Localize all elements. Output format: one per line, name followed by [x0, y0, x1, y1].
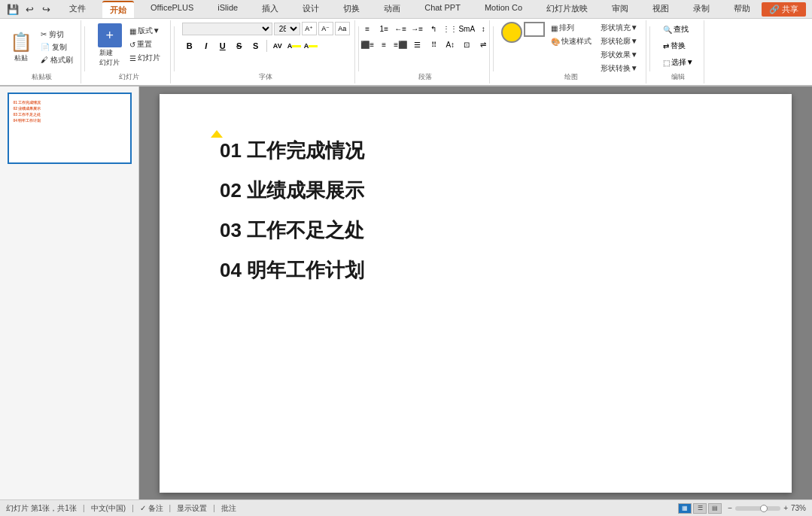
slide-item-1[interactable]: 01 工作完成情况 — [205, 138, 747, 164]
dist-button[interactable]: ⠿ — [426, 38, 441, 51]
slide-thumbnail-1[interactable]: 1 01 工作完成情况 02 业绩成果展示 03 工作不足之处 04 明年工作计… — [8, 93, 132, 164]
view-slide-btn[interactable]: ▤ — [708, 503, 722, 514]
arrange-button[interactable]: ▦ 排列 — [548, 22, 595, 34]
smartart-button[interactable]: SmA — [459, 22, 474, 35]
comments-label[interactable]: 批注 — [221, 503, 236, 514]
font-size-decrease-btn[interactable]: A⁻ — [318, 22, 333, 35]
font-color-button[interactable]: A — [287, 39, 302, 53]
thumb-line-2: 02 业绩成果展示 — [14, 106, 126, 111]
menu-record[interactable]: 录制 — [686, 1, 717, 18]
undo-btn[interactable]: ↩ — [23, 2, 36, 16]
select-button[interactable]: ⬚ 选择▼ — [658, 55, 699, 70]
menu-slideshow[interactable]: 幻灯片放映 — [539, 1, 595, 18]
line-spacing-button[interactable]: ↕ — [476, 22, 491, 35]
shadow-icon: S — [253, 41, 258, 50]
decrease-indent-button[interactable]: ←≡ — [393, 22, 408, 35]
shape-outline-button[interactable]: 形状轮廓▼ — [598, 35, 641, 47]
align-left-button[interactable]: ⬛≡ — [360, 38, 375, 51]
clipboard-small-btns: ✂ 剪切 📄 复制 🖌 格式刷 — [38, 29, 76, 66]
menu-insert[interactable]: 插入 — [254, 1, 286, 18]
new-slide-button[interactable]: + 新建幻灯片 — [95, 22, 125, 69]
increase-indent-button[interactable]: →≡ — [409, 22, 424, 35]
menu-officeplus[interactable]: OfficePLUS — [143, 1, 201, 18]
font-family-select[interactable] — [182, 23, 272, 35]
zoom-slider[interactable] — [735, 506, 780, 511]
text-direction-button[interactable]: A↕ — [442, 38, 458, 51]
italic-button[interactable]: I — [199, 39, 214, 53]
redo-btn[interactable]: ↪ — [39, 2, 53, 16]
view-normal-btn[interactable]: ▦ — [678, 503, 692, 514]
new-slide-label: 新建幻灯片 — [99, 48, 120, 68]
list-bullet-button[interactable]: ≡ — [360, 22, 375, 35]
highlight-button[interactable]: A — [303, 39, 318, 53]
shape-fill-button[interactable]: 形状填充▼ — [598, 22, 641, 34]
font-color-bar — [292, 45, 301, 47]
font-size-select[interactable]: 28 — [274, 23, 300, 35]
menu-help[interactable]: 帮助 — [726, 1, 758, 18]
menu-islide[interactable]: iSlide — [210, 1, 245, 18]
menu-transition[interactable]: 切换 — [336, 1, 367, 18]
canvas-area[interactable]: 01 工作完成情况 02 业绩成果展示 03 工作不足之处 04 明年工作计划 — [139, 87, 812, 499]
slide-item-3[interactable]: 03 工作不足之处 — [205, 217, 747, 244]
slide-canvas[interactable]: 01 工作完成情况 02 业绩成果展示 03 工作不足之处 04 明年工作计划 — [160, 94, 792, 493]
shapes-col — [501, 22, 545, 74]
menu-view[interactable]: 视图 — [645, 1, 677, 18]
text-align-vert-button[interactable]: ⊡ — [459, 38, 474, 51]
convert-smartart-button[interactable]: ⇌ — [476, 38, 491, 51]
menu-file[interactable]: 文件 — [62, 1, 93, 18]
font-size-increase-btn[interactable]: A⁺ — [302, 22, 317, 35]
slide-item-4[interactable]: 04 明年工作计划 — [205, 257, 747, 284]
slides-section-icon: ☰ — [129, 54, 136, 62]
view-outline-btn[interactable]: ☰ — [693, 503, 707, 514]
menu-chatppt[interactable]: Chat PPT — [417, 1, 468, 18]
zoom-minus-btn[interactable]: − — [728, 504, 732, 512]
align-right-button[interactable]: ≡⬛ — [393, 38, 408, 51]
menu-bar[interactable]: 💾 ↩ ↪ 文件 开始 OfficePLUS iSlide 插入 设计 切换 动… — [6, 1, 758, 18]
menu-design[interactable]: 设计 — [295, 1, 327, 18]
zoom-slider-thumb[interactable] — [760, 505, 768, 512]
new-slide-icon: + — [98, 23, 122, 47]
zoom-level[interactable]: 73% — [791, 504, 806, 512]
menu-review[interactable]: 审阅 — [604, 1, 636, 18]
share-button[interactable]: 🔗 共享 — [762, 2, 806, 17]
save-btn[interactable]: 💾 — [6, 2, 20, 16]
reset-button[interactable]: ↺ 重置 — [126, 38, 163, 50]
justify-button[interactable]: ☰ — [409, 38, 424, 51]
quick-access-toolbar[interactable]: 💾 ↩ ↪ — [6, 1, 53, 18]
format-painter-button[interactable]: 🖌 格式刷 — [38, 54, 76, 66]
copy-button[interactable]: 📄 复制 — [38, 41, 76, 53]
arrange-col: ▦ 排列 🎨 快速样式 — [548, 22, 595, 74]
cut-button[interactable]: ✂ 剪切 — [38, 29, 76, 41]
display-settings-label[interactable]: 显示设置 — [177, 503, 207, 514]
slide-item-2[interactable]: 02 业绩成果展示 — [205, 178, 747, 204]
align-center-button[interactable]: ≡ — [376, 38, 391, 51]
paste-button[interactable]: 📋 粘贴 — [8, 29, 35, 66]
shape-effect-button[interactable]: 形状效果▼ — [598, 49, 641, 61]
menu-animation[interactable]: 动画 — [376, 1, 408, 18]
shape-format-col: 形状填充▼ 形状轮廓▼ 形状效果▼ 形状转换▼ — [598, 22, 641, 74]
bold-button[interactable]: B — [182, 39, 197, 53]
menu-start[interactable]: 开始 — [102, 1, 134, 18]
shape-convert-button[interactable]: 形状转换▼ — [598, 62, 641, 74]
circle-shape[interactable] — [501, 22, 522, 43]
layout-button[interactable]: ▦ 版式▼ — [126, 25, 163, 37]
menu-motionco[interactable]: Motion Co — [477, 1, 530, 18]
slides-section-button[interactable]: ☰ 幻灯片 — [126, 52, 163, 64]
strikethrough-button[interactable]: S — [232, 39, 247, 53]
replace-button[interactable]: ⇄ 替换 — [658, 38, 699, 53]
paste-label: 粘贴 — [14, 53, 28, 63]
char-spacing-button[interactable]: AV — [270, 39, 285, 53]
underline-button[interactable]: U — [215, 39, 230, 53]
title-bar: 💾 ↩ ↪ 文件 开始 OfficePLUS iSlide 插入 设计 切换 动… — [0, 0, 812, 19]
font-clear-btn[interactable]: Aa — [335, 22, 350, 35]
columns-button[interactable]: ⋮⋮ — [442, 22, 458, 35]
find-button[interactable]: 🔍 查找 — [658, 22, 699, 37]
quick-style-button[interactable]: 🎨 快速样式 — [548, 35, 595, 47]
sep4 — [493, 26, 494, 71]
drawing-group: ▦ 排列 🎨 快速样式 形状填充▼ 形状轮廓▼ 形状效果▼ 形状转换▼ 绘图 — [497, 20, 646, 83]
zoom-plus-btn[interactable]: + — [783, 504, 788, 512]
rtl-button[interactable]: ↰ — [426, 22, 441, 35]
rect-shape[interactable] — [524, 22, 545, 37]
shadow-button[interactable]: S — [248, 39, 263, 53]
list-number-button[interactable]: 1≡ — [376, 22, 391, 35]
